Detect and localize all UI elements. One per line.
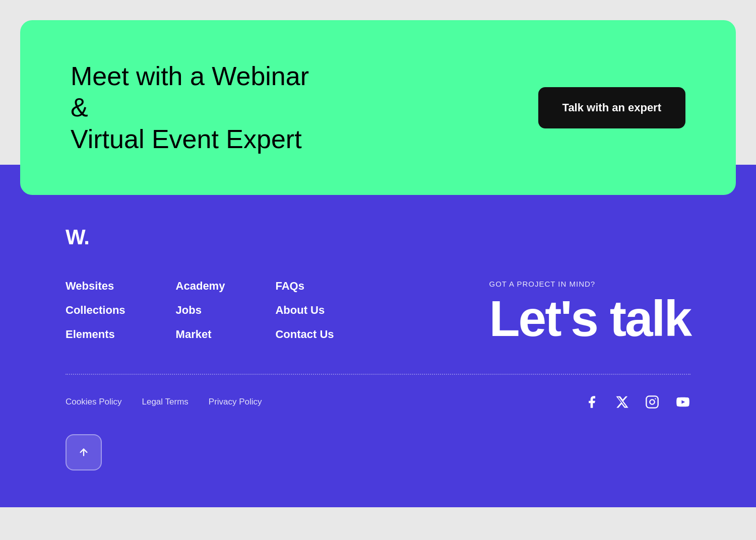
x-twitter-icon[interactable] [615, 395, 629, 409]
instagram-icon[interactable] [645, 395, 659, 409]
footer-divider [66, 374, 690, 375]
footer-nav-col-3: FAQs About Us Contact Us [275, 280, 334, 341]
footer-bottom: Cookies Policy Legal Terms Privacy Polic… [66, 395, 690, 434]
footer-nav-col-2: Academy Jobs Market [176, 280, 225, 341]
youtube-icon[interactable] [675, 395, 690, 409]
nav-collections[interactable]: Collections [66, 304, 125, 317]
footer-cta: GOT A PROJECT IN MIND? Let's talk [489, 280, 691, 344]
scroll-to-top-button[interactable] [66, 434, 102, 470]
footer-legal: Cookies Policy Legal Terms Privacy Polic… [66, 397, 262, 407]
nav-academy[interactable]: Academy [176, 280, 225, 293]
nav-about-us[interactable]: About Us [275, 304, 334, 317]
svg-point-2 [655, 398, 656, 399]
footer: W. Websites Collections Elements Academy… [0, 165, 756, 507]
footer-cta-heading[interactable]: Let's talk [489, 293, 691, 344]
nav-websites[interactable]: Websites [66, 280, 125, 293]
footer-nav-col-1: Websites Collections Elements [66, 280, 125, 341]
hero-banner: Meet with a Webinar &Virtual Event Exper… [20, 20, 736, 195]
footer-nav: Websites Collections Elements Academy Jo… [66, 280, 334, 341]
footer-cta-label: GOT A PROJECT IN MIND? [489, 280, 691, 288]
footer-main: Websites Collections Elements Academy Jo… [66, 280, 690, 344]
nav-jobs[interactable]: Jobs [176, 304, 225, 317]
nav-elements[interactable]: Elements [66, 328, 125, 341]
svg-rect-0 [646, 396, 658, 408]
footer-social [585, 395, 690, 409]
cookies-policy-link[interactable]: Cookies Policy [66, 397, 122, 407]
footer-logo: W. [66, 225, 690, 249]
nav-contact-us[interactable]: Contact Us [275, 328, 334, 341]
nav-faqs[interactable]: FAQs [275, 280, 334, 293]
legal-terms-link[interactable]: Legal Terms [142, 397, 188, 407]
hero-wrapper: Meet with a Webinar &Virtual Event Exper… [0, 0, 756, 195]
footer-bottom-wrapper: Cookies Policy Legal Terms Privacy Polic… [66, 395, 690, 491]
privacy-policy-link[interactable]: Privacy Policy [209, 397, 262, 407]
talk-with-expert-button[interactable]: Talk with an expert [538, 87, 685, 128]
hero-title: Meet with a Webinar &Virtual Event Exper… [71, 60, 333, 155]
facebook-icon[interactable] [585, 395, 599, 409]
nav-market[interactable]: Market [176, 328, 225, 341]
svg-point-1 [650, 400, 654, 404]
